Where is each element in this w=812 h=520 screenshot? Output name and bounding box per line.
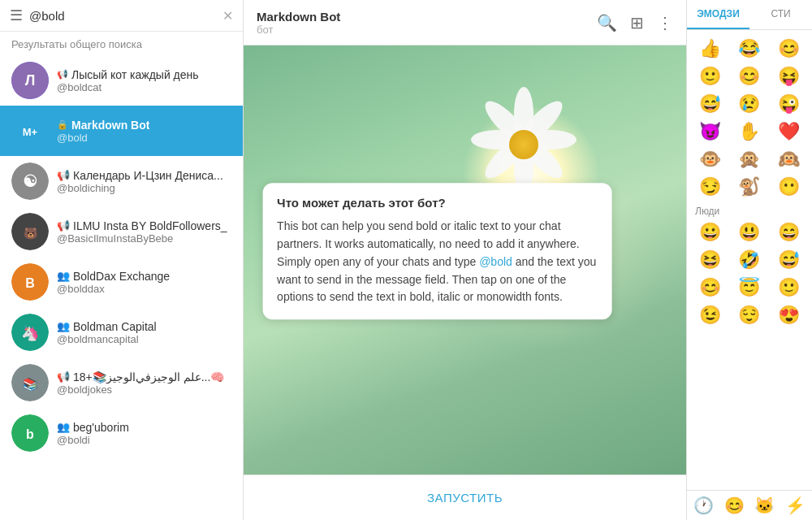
chat-area: Markdown Bot бот 🔍 ⊞ ⋮: [244, 0, 686, 520]
contact-info: 👥 Boldman Capital @boldmancapital: [57, 320, 231, 345]
search-label: Результаты общего поиска: [0, 32, 243, 55]
emoji-cell[interactable]: 😄: [776, 220, 801, 245]
contact-info: 📢 18+📚علم الوجيز‌في‌الوجيز...🧠 @boldjoke…: [57, 370, 231, 396]
emoji-row: 😊 😇 🙂: [690, 275, 809, 300]
contact-handle: @bold: [57, 132, 231, 144]
emoji-row: 😏 🐒 😶: [690, 175, 809, 199]
contact-name: Календарь И-Цзин Дениса...: [73, 169, 223, 182]
emoji-section-label: Люди: [690, 202, 809, 220]
contact-name: Markdown Bot: [71, 119, 149, 132]
svg-text:Л: Л: [25, 72, 36, 89]
emoji-cell[interactable]: 🤣: [736, 248, 762, 272]
hamburger-icon[interactable]: ☰: [10, 6, 23, 24]
emoji-cell[interactable]: 😆: [698, 248, 723, 272]
contact-name: BoldDax Exchange: [73, 270, 170, 283]
emoji-cell[interactable]: ❤️: [776, 119, 801, 144]
list-item[interactable]: 📚 📢 18+📚علم الوجيز‌في‌الوجيز...🧠 @boldjo…: [0, 358, 243, 408]
svg-text:☯: ☯: [23, 172, 37, 190]
contact-handle: @boldjokes: [57, 384, 231, 396]
channel-icon: 📢: [57, 169, 70, 181]
chat-background: Что может делать этот бот? This bot can …: [244, 46, 686, 474]
emoji-cell[interactable]: 😀: [698, 220, 723, 245]
avatar: 🐻: [11, 213, 49, 250]
emoji-row: 🐵 🙊 🙉: [690, 147, 809, 171]
search-input[interactable]: [29, 9, 216, 23]
emoji-cell[interactable]: 😊: [698, 275, 723, 300]
emoji-cell[interactable]: 😅: [698, 92, 723, 116]
contact-info: 👥 BoldDax Exchange @bolddax: [57, 270, 231, 295]
clear-search-icon[interactable]: ✕: [222, 8, 233, 24]
contact-name: Лысый кот каждый день: [71, 68, 199, 81]
emoji-cell[interactable]: 😇: [736, 275, 762, 300]
search-icon[interactable]: 🔍: [597, 13, 617, 32]
emoji-cell[interactable]: 😝: [776, 64, 801, 89]
recent-icon[interactable]: 🕐: [693, 496, 714, 515]
chat-header: Markdown Bot бот 🔍 ⊞ ⋮: [244, 0, 686, 46]
message-text: This bot can help you send bold or itali…: [277, 219, 597, 306]
emoji-row: 😈 ✋ ❤️: [690, 119, 809, 144]
emoji-cell[interactable]: 😊: [736, 64, 762, 89]
search-bar: ☰ ✕: [0, 0, 243, 32]
group-icon: 👥: [57, 270, 70, 282]
message-question: Что может делать этот бот?: [277, 197, 597, 210]
lock-icon: 🔒: [57, 119, 68, 130]
emoji-cell[interactable]: 🙉: [776, 147, 801, 171]
more-icon[interactable]: ⋮: [657, 13, 673, 32]
emoji-cell[interactable]: 😢: [736, 92, 762, 116]
svg-text:🐻: 🐻: [24, 227, 38, 240]
list-item[interactable]: Л 📢 Лысый кот каждый день @boldcat: [0, 55, 243, 106]
emoji-cell[interactable]: 🙂: [698, 64, 723, 89]
list-item[interactable]: b 👥 beg'uborim @boldi: [0, 408, 243, 458]
contact-info: 👥 beg'uborim @boldi: [57, 421, 231, 446]
avatar: b: [11, 414, 49, 452]
emoji-cell[interactable]: 😂: [736, 37, 762, 61]
sidebar: ☰ ✕ Результаты общего поиска Л 📢 Лысый к…: [0, 0, 244, 520]
avatar: M+: [11, 112, 49, 150]
emoji-cell[interactable]: 😍: [776, 303, 801, 327]
contact-handle: @BasicIlmuInstаByBebe: [57, 232, 231, 245]
layout-icon[interactable]: ⊞: [630, 13, 644, 32]
emoji-row: 🙂 😊 😝: [690, 64, 809, 89]
contact-info: 📢 ILMU Insta BY BoldFollowers_ @BasicIlm…: [57, 219, 231, 245]
lightning-icon[interactable]: ⚡: [785, 496, 806, 515]
emoji-cell[interactable]: 😅: [776, 248, 801, 272]
contact-handle: @boldiching: [57, 182, 231, 194]
list-item[interactable]: 🦄 👥 Boldman Capital @boldmancapital: [0, 307, 243, 358]
start-button[interactable]: ЗАПУСТИТЬ: [427, 491, 503, 505]
cat-icon[interactable]: 🐱: [754, 496, 775, 515]
chat-subtitle: бот: [257, 24, 587, 36]
emoji-cell[interactable]: 😌: [736, 303, 762, 327]
list-item[interactable]: ☯ 📢 Календарь И-Цзин Дениса... @boldichi…: [0, 156, 243, 206]
emoji-row: 😅 😢 😜: [690, 92, 809, 116]
emoji-footer: 🕐 😊 🐱 ⚡: [687, 490, 812, 520]
smiley-icon[interactable]: 😊: [724, 496, 745, 515]
emoji-cell[interactable]: 🙂: [776, 275, 801, 300]
emoji-cell[interactable]: 😏: [698, 175, 723, 199]
emoji-panel: ЭМОДЗИ СТИ 👍 😂 😊 🙂 😊 😝 😅 😢 😜 😈: [686, 0, 812, 520]
highlight-text: @bold: [479, 255, 512, 268]
list-item[interactable]: 🐻 📢 ILMU Insta BY BoldFollowers_ @BasicI…: [0, 206, 243, 257]
emoji-cell[interactable]: 🙊: [736, 147, 762, 171]
chat-icons: 🔍 ⊞ ⋮: [597, 13, 673, 32]
emoji-cell[interactable]: ✋: [736, 119, 762, 144]
emoji-cell[interactable]: 👍: [698, 37, 723, 61]
contact-handle: @bolddax: [57, 283, 231, 295]
emoji-cell[interactable]: 😃: [736, 220, 762, 245]
chat-title: Markdown Bot: [257, 10, 587, 24]
tab-stickers[interactable]: СТИ: [749, 0, 812, 29]
emoji-cell[interactable]: 😉: [698, 303, 723, 327]
tab-emoji[interactable]: ЭМОДЗИ: [687, 0, 749, 29]
emoji-cell[interactable]: 😶: [776, 175, 801, 199]
emoji-cell[interactable]: 😜: [776, 92, 801, 116]
list-item[interactable]: M+ 🔒 Markdown Bot @bold: [0, 106, 243, 156]
emoji-cell[interactable]: 🐒: [736, 175, 762, 199]
contact-info: 📢 Календарь И-Цзин Дениса... @boldiching: [57, 169, 231, 194]
emoji-cell[interactable]: 😈: [698, 119, 723, 144]
emoji-cell[interactable]: 🐵: [698, 147, 723, 171]
avatar: 📚: [11, 364, 49, 401]
list-item[interactable]: B 👥 BoldDax Exchange @bolddax: [0, 257, 243, 307]
chat-footer: ЗАПУСТИТЬ: [244, 474, 686, 520]
emoji-cell[interactable]: 😊: [776, 37, 801, 61]
emoji-row: 👍 😂 😊: [690, 37, 809, 61]
contact-info: 📢 Лысый кот каждый день @boldcat: [57, 68, 231, 93]
